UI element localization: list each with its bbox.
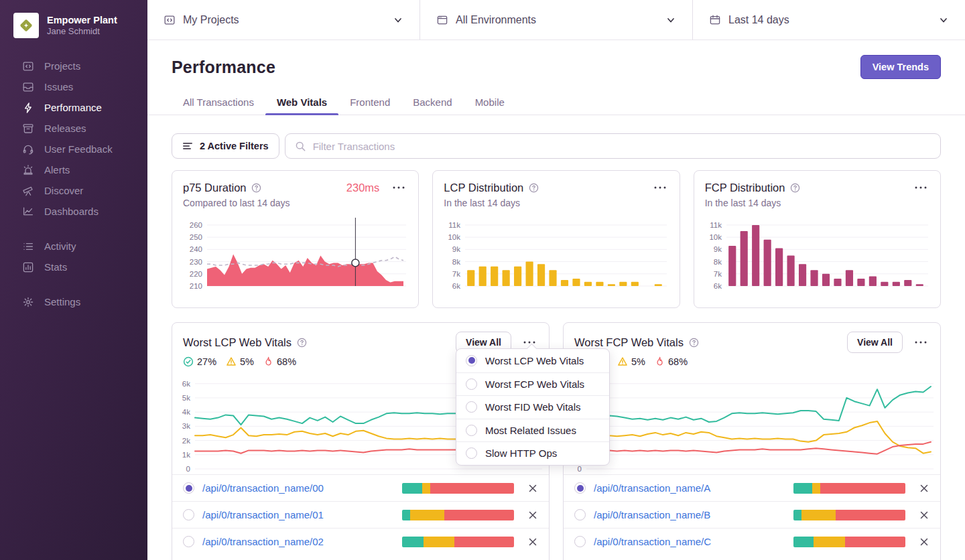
environment-filter[interactable]: All Environments [420, 0, 692, 40]
fire-icon [263, 356, 273, 367]
active-filters-button[interactable]: 2 Active Filters [172, 133, 279, 159]
transaction-link[interactable]: /api/0/transaction_name/02 [202, 536, 394, 547]
help-icon[interactable] [297, 338, 307, 348]
view-all-button[interactable]: View All [847, 332, 903, 353]
menu-item-worst-lcp-web-vitals[interactable]: Worst LCP Web Vitals [456, 349, 609, 372]
tab-mobile[interactable]: Mobile [464, 90, 516, 115]
svg-text:9k: 9k [452, 245, 460, 253]
sidebar-item-label: Activity [44, 240, 76, 252]
sidebar-item-alerts[interactable]: Alerts [0, 159, 147, 180]
transaction-radio[interactable] [183, 536, 194, 547]
help-icon[interactable] [689, 338, 699, 348]
sidebar-item-activity[interactable]: Activity [0, 236, 147, 257]
transaction-radio[interactable] [574, 482, 586, 494]
date-range-filter[interactable]: Last 14 days [692, 0, 965, 40]
overflow-menu-icon[interactable] [651, 180, 669, 195]
tab-backend[interactable]: Backend [401, 90, 463, 115]
overflow-menu-icon[interactable] [912, 180, 929, 195]
svg-text:220: 220 [190, 270, 202, 278]
menu-item-most-related-issues[interactable]: Most Related Issues [456, 419, 609, 442]
tab-all-transactions[interactable]: All Transactions [172, 90, 265, 115]
org-switcher[interactable]: Empower Plant Jane Schmidt [0, 0, 147, 46]
p75-duration-chart[interactable]: 210220230240250260 [183, 214, 407, 289]
help-icon[interactable] [529, 183, 539, 193]
transaction-link[interactable]: /api/0/transaction_name/B [594, 509, 785, 520]
environment-filter-label: All Environments [456, 14, 536, 26]
releases-icon [22, 123, 34, 135]
close-icon[interactable] [527, 537, 538, 547]
menu-item-worst-fid-web-vitals[interactable]: Worst FID Web Vitals [456, 395, 609, 419]
tab-frontend[interactable]: Frontend [338, 90, 401, 115]
sidebar-item-issues[interactable]: Issues [0, 76, 147, 97]
lcp-distribution-chart[interactable]: 6k7k8k9k10k11k [444, 214, 668, 289]
transaction-list: /api/0/transaction_name/A/api/0/transact… [564, 474, 940, 555]
svg-text:11k: 11k [710, 221, 722, 229]
overflow-menu-icon[interactable] [912, 335, 929, 350]
view-trends-button[interactable]: View Trends [860, 55, 941, 79]
menu-item-label: Worst FCP Web Vitals [485, 378, 584, 390]
sidebar-item-dashboards[interactable]: Dashboards [0, 201, 147, 222]
card-subtitle: Compared to last 14 days [183, 198, 407, 208]
fire-icon [655, 356, 665, 367]
sidebar-item-discover[interactable]: Discover [0, 180, 147, 201]
transaction-link[interactable]: /api/0/transaction_name/00 [202, 482, 394, 494]
svg-text:10k: 10k [448, 233, 461, 241]
help-icon[interactable] [790, 183, 800, 193]
close-icon[interactable] [527, 483, 538, 494]
vitals-overview-cards: p75 Duration 230ms Compared to last 14 d… [172, 170, 941, 308]
poor-percent: 68% [277, 356, 296, 367]
transaction-radio[interactable] [574, 509, 586, 520]
transaction-link[interactable]: /api/0/transaction_name/01 [202, 509, 394, 520]
warning-triangle-icon [226, 356, 237, 367]
card-title: Worst LCP Web Vitals [183, 336, 292, 349]
transaction-list: /api/0/transaction_name/00/api/0/transac… [172, 474, 549, 555]
svg-text:9k: 9k [714, 245, 722, 253]
radio-button[interactable] [466, 378, 477, 390]
meh-percent: 5% [240, 356, 254, 367]
menu-item-slow-http-ops[interactable]: Slow HTTP Ops [456, 441, 609, 465]
sidebar-item-label: Stats [44, 261, 67, 273]
menu-item-worst-fcp-web-vitals[interactable]: Worst FCP Web Vitals [456, 372, 609, 396]
radio-button[interactable] [466, 425, 477, 436]
radio-button[interactable] [466, 355, 477, 366]
sidebar-item-projects[interactable]: Projects [0, 56, 147, 76]
vitals-distribution-bar [793, 510, 905, 520]
sidebar-item-label: Issues [44, 81, 73, 92]
sidebar-item-label: Alerts [44, 164, 70, 176]
svg-text:0: 0 [578, 465, 582, 472]
sidebar-item-settings[interactable]: Settings [0, 291, 147, 312]
close-icon[interactable] [919, 483, 929, 494]
worst-fcp-chart[interactable]: 01k2k3k4k5k6k [566, 371, 935, 472]
card-title: LCP Distribution [444, 182, 523, 194]
transaction-radio[interactable] [574, 536, 586, 547]
svg-text:260: 260 [190, 221, 202, 229]
transaction-radio[interactable] [183, 509, 194, 520]
sidebar-item-stats[interactable]: Stats [0, 257, 147, 277]
sidebar-item-releases[interactable]: Releases [0, 118, 147, 139]
sidebar-item-performance[interactable]: Performance [0, 97, 147, 118]
transaction-row: /api/0/transaction_name/00 [172, 474, 549, 501]
transaction-row: /api/0/transaction_name/01 [172, 501, 549, 528]
worst-fcp-card: Worst FCP Web Vitals View All 27% 5% 68%… [563, 322, 941, 560]
help-icon[interactable] [251, 183, 261, 193]
radio-button[interactable] [466, 447, 477, 459]
overflow-menu-icon[interactable] [390, 180, 407, 195]
close-icon[interactable] [527, 510, 538, 520]
projects-icon [22, 60, 34, 72]
issues-icon [22, 81, 34, 93]
search-input[interactable] [313, 141, 931, 152]
menu-item-label: Slow HTTP Ops [485, 447, 557, 459]
radio-button[interactable] [466, 401, 477, 413]
tab-web-vitals[interactable]: Web Vitals [265, 90, 338, 115]
diamond-logo-icon [18, 17, 34, 33]
close-icon[interactable] [919, 537, 929, 547]
card-subtitle: In the last 14 days [444, 198, 668, 208]
sidebar-item-user-feedback[interactable]: User Feedback [0, 139, 147, 159]
transaction-radio[interactable] [183, 482, 194, 494]
fcp-distribution-chart[interactable]: 6k7k8k9k10k11k [705, 214, 929, 289]
transaction-link[interactable]: /api/0/transaction_name/C [594, 536, 785, 547]
graph-icon [22, 206, 34, 218]
transaction-link[interactable]: /api/0/transaction_name/A [594, 482, 785, 494]
close-icon[interactable] [919, 510, 929, 520]
project-filter[interactable]: My Projects [147, 0, 420, 40]
